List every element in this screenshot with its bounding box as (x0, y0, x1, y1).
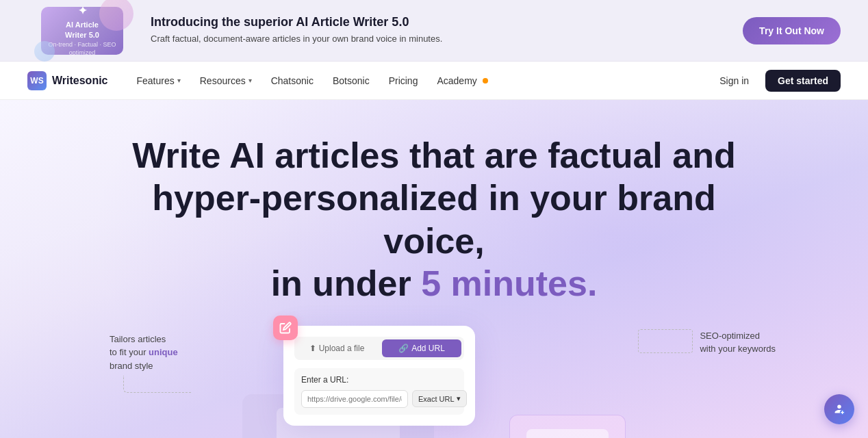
hero-title-part1: Write AI articles that are factual and (132, 136, 735, 175)
float-icon-pencil (273, 315, 298, 340)
nav-item-botsonic[interactable]: Botsonic (324, 71, 378, 90)
url-input[interactable] (301, 390, 408, 408)
hero-title-highlight: 5 minutes. (421, 263, 597, 303)
logo-icon: WS (27, 71, 47, 90)
nav-right: Sign in Get started (711, 70, 841, 92)
nav-item-academy[interactable]: Academy (429, 71, 496, 90)
tab-upload-file[interactable]: ⬆ Upload a file (297, 339, 376, 357)
sign-in-button[interactable]: Sign in (711, 71, 757, 90)
banner-subtitle: Craft factual, document-aware articles i… (151, 32, 729, 46)
banner-card-icon: ✦ (78, 4, 87, 18)
banner-text-area: Introducing the superior AI Article Writ… (151, 15, 729, 46)
chevron-down-icon: ▾ (457, 394, 461, 403)
banner-cta-button[interactable]: Try It Out Now (743, 17, 841, 44)
demo-visual-area: ⬆ Upload a file 🔗 Add URL Enter a URL: (242, 326, 626, 438)
banner-product-card: ✦ AI ArticleWriter 5.0 On-trend · Factua… (41, 7, 123, 55)
exact-url-button[interactable]: Exact URL ▾ (412, 390, 467, 407)
url-input-row: Exact URL ▾ (301, 390, 457, 408)
banner-card-subtitle: On-trend · Factual · SEO optimized (47, 41, 118, 57)
nav-item-pricing[interactable]: Pricing (381, 71, 426, 90)
upload-icon: ⬆ (309, 344, 316, 353)
chat-widget-button[interactable] (824, 394, 854, 424)
promotional-banner: ✦ AI ArticleWriter 5.0 On-trend · Factua… (0, 0, 868, 62)
nav-item-resources[interactable]: Resources ▾ (192, 71, 260, 90)
chevron-down-icon: ▾ (248, 77, 252, 84)
hero-title-part2: hyper-personalized in your brand voice, (152, 178, 715, 260)
hero-section: Write AI articles that are factual and h… (0, 100, 868, 438)
nav-items: Features ▾ Resources ▾ Chatsonic Botsoni… (129, 71, 712, 90)
navbar: WS Writesonic Features ▾ Resources ▾ Cha… (0, 62, 868, 100)
chevron-down-icon: ▾ (177, 77, 181, 84)
card-tabs: ⬆ Upload a file 🔗 Add URL (294, 337, 464, 360)
banner-image: ✦ AI ArticleWriter 5.0 On-trend · Factua… (27, 3, 137, 58)
banner-title: Introducing the superior AI Article Writ… (151, 15, 729, 29)
notification-dot (483, 78, 488, 83)
preview-card-right (509, 415, 626, 438)
hero-title: Write AI articles that are factual and h… (126, 134, 742, 305)
main-ui-card: ⬆ Upload a file 🔗 Add URL Enter a URL: (283, 326, 475, 426)
logo-letters: WS (30, 76, 43, 86)
logo[interactable]: WS Writesonic (27, 71, 108, 90)
svg-point-0 (837, 405, 841, 409)
annotation-seo: SEO-optimized with your keywords (700, 329, 776, 356)
url-label: Enter a URL: (301, 375, 457, 385)
nav-item-chatsonic[interactable]: Chatsonic (263, 71, 322, 90)
annotation-tailors: Tailors articles to fit your unique bran… (110, 333, 178, 373)
demo-area: Tailors articles to fit your unique bran… (27, 326, 841, 438)
link-icon: 🔗 (398, 344, 409, 353)
logo-text: Writesonic (52, 75, 108, 87)
get-started-button[interactable]: Get started (765, 70, 841, 92)
hero-title-part3: in under (271, 263, 422, 303)
tab-add-url[interactable]: 🔗 Add URL (382, 339, 461, 357)
url-input-area: Enter a URL: Exact URL ▾ (294, 368, 464, 415)
nav-item-features[interactable]: Features ▾ (129, 71, 189, 90)
banner-card-title: AI ArticleWriter 5.0 (65, 20, 99, 40)
url-input-card: ⬆ Upload a file 🔗 Add URL Enter a URL: (283, 326, 475, 426)
